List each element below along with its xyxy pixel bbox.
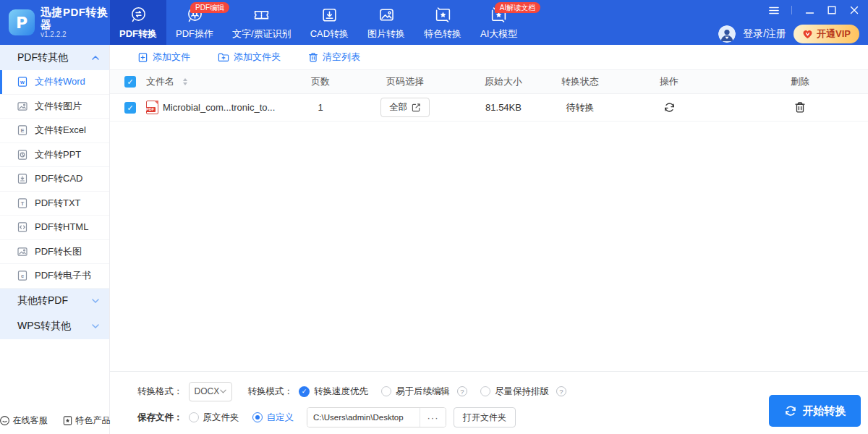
window-controls [769,5,859,15]
login-register-link[interactable]: 登录/注册 [743,27,786,41]
tab-ocr[interactable]: 文字/票证识别 [223,0,301,45]
online-service-link[interactable]: 在线客服 [0,414,48,427]
format-row: 转换格式： DOCX 转换模式： 转换速度优先 易于后续编辑 ? [137,381,868,401]
open-folder-button[interactable]: 打开文件夹 [454,407,516,427]
convert-refresh-icon[interactable] [663,101,676,114]
svg-text:E: E [20,127,24,134]
sidebar-item-label: PDF转HTML [35,221,88,234]
add-folder-button[interactable]: 添加文件夹 [218,51,281,64]
sidebar-group-other-to-pdf[interactable]: 其他转PDF [0,289,109,314]
page-select-value: 全部 [389,101,407,114]
sidebar-item-to-ebook[interactable]: e PDF转电子书 [0,264,109,289]
open-vip-button[interactable]: 开通VIP [793,25,859,43]
sidebar-item-to-word[interactable]: w 文件转Word [0,70,109,95]
clear-list-button[interactable]: 清空列表 [308,51,360,64]
sidebar-item-to-html[interactable]: PDF转HTML [0,216,109,240]
browse-more-button[interactable]: ··· [420,408,446,427]
tab-special-convert[interactable]: 特色转换 [414,0,471,45]
sidebar-item-to-excel[interactable]: E 文件转Excel [0,119,109,143]
main-nav: PDF转换 PDF编辑 PDF操作 文字/票证识别 CAD转换 [110,0,527,45]
start-refresh-icon [784,404,797,417]
radio-checked-icon [299,386,310,397]
help-icon[interactable]: ? [556,386,566,396]
save-path-input[interactable] [307,408,420,427]
tab-image-convert[interactable]: 图片转换 [358,0,414,45]
ai-doc-badge: AI解读文档 [495,2,540,13]
chevron-down-icon [92,324,99,328]
app-logo: P 迅捷PDF转换器 v1.2.2.2 [0,0,110,45]
minimize-button[interactable] [804,5,814,15]
cad-doc-icon [17,173,28,184]
format-dropdown[interactable]: DOCX [189,382,232,401]
add-file-icon [137,52,148,63]
col-header-size: 原始大小 [453,75,554,88]
mode-option-layout[interactable]: 尽量保持排版 ? [480,386,566,398]
select-all-checkbox[interactable] [124,76,136,88]
tab-label: 图片转换 [367,27,405,41]
ppt-doc-icon [17,149,28,161]
sidebar-item-label: 文件转Excel [35,124,86,137]
sidebar-item-to-ppt[interactable]: 文件转PPT [0,143,109,168]
col-header-pages: 页数 [284,75,357,88]
save-option-label: 原文件夹 [203,412,239,424]
add-file-label: 添加文件 [153,51,190,64]
help-icon[interactable]: ? [457,386,467,396]
app-header: P 迅捷PDF转换器 v1.2.2.2 PDF转换 PDF编辑 PDF操作 [0,0,868,45]
table-empty-area [110,122,868,371]
sidebar-item-to-txt[interactable]: T PDF转TXT [0,192,109,216]
online-service-label: 在线客服 [13,414,48,427]
start-convert-button[interactable]: 开始转换 [769,395,861,427]
convert-icon [129,5,148,24]
app-logo-icon: P [9,9,35,35]
tab-label: PDF转换 [119,27,157,41]
sidebar-group-pdf-to-other[interactable]: PDF转其他 [0,45,109,70]
ticket-icon [252,5,271,24]
pdf-converter-app: P 迅捷PDF转换器 v1.2.2.2 PDF转换 PDF编辑 PDF操作 [0,0,868,434]
save-path-group: ··· [307,407,446,427]
svg-text:e: e [21,273,24,279]
sidebar-item-to-cad[interactable]: PDF转CAD [0,167,109,192]
format-label: 转换格式： [137,386,183,398]
txt-doc-icon: T [17,197,28,209]
col-header-status: 转换状态 [554,75,606,88]
sidebar-item-label: PDF转电子书 [35,269,91,282]
avatar[interactable] [718,25,736,43]
tab-label: CAD转换 [310,27,349,41]
sidebar-group-wps-to-other[interactable]: WPS转其他 [0,314,109,339]
tab-label: 特色转换 [424,27,461,41]
sort-icon[interactable] [183,78,187,85]
tab-ai-model[interactable]: AI解读文档 AI大模型 [471,0,527,45]
close-button[interactable] [849,5,859,15]
svg-text:T: T [21,200,25,207]
tab-cad-convert[interactable]: CAD转换 [301,0,358,45]
save-row: 保存文件： 原文件夹 自定义 ··· 打开文件夹 [137,407,868,427]
ebook-doc-icon: e [17,270,28,281]
vip-heart-icon [802,29,813,40]
trash-icon [308,52,318,63]
sidebar-item-label: 文件转图片 [35,100,82,113]
maximize-button[interactable] [827,5,837,15]
mode-option-label: 尽量保持排版 [495,386,549,398]
delete-row-icon[interactable] [794,101,806,114]
menu-icon[interactable] [769,5,779,15]
save-option-original[interactable]: 原文件夹 [189,412,239,424]
mode-option-label: 易于后续编辑 [396,386,450,398]
mode-option-editable[interactable]: 易于后续编辑 ? [381,386,467,398]
page-select-button[interactable]: 全部 [380,98,430,117]
sidebar-item-to-image[interactable]: 文件转图片 [0,95,109,119]
chat-smile-icon [0,415,10,426]
add-file-button[interactable]: 添加文件 [137,51,190,64]
save-option-custom[interactable]: 自定义 [252,412,294,424]
row-checkbox[interactable] [124,102,136,114]
pdf-file-icon: PDF [146,101,158,114]
mode-option-speed[interactable]: 转换速度优先 [299,386,368,398]
radio-unchecked-icon [189,412,199,422]
tab-label: AI大模型 [480,27,517,41]
controls-divider [791,6,792,14]
tab-pdf-convert[interactable]: PDF转换 [110,0,166,45]
featured-products-label: 特色产品 [76,414,111,427]
sidebar-item-to-long-image[interactable]: PDF转长图 [0,240,109,265]
file-size: 81.54KB [453,102,554,113]
tab-pdf-operate[interactable]: PDF编辑 PDF操作 [166,0,223,45]
featured-products-link[interactable]: 特色产品 [62,414,111,427]
